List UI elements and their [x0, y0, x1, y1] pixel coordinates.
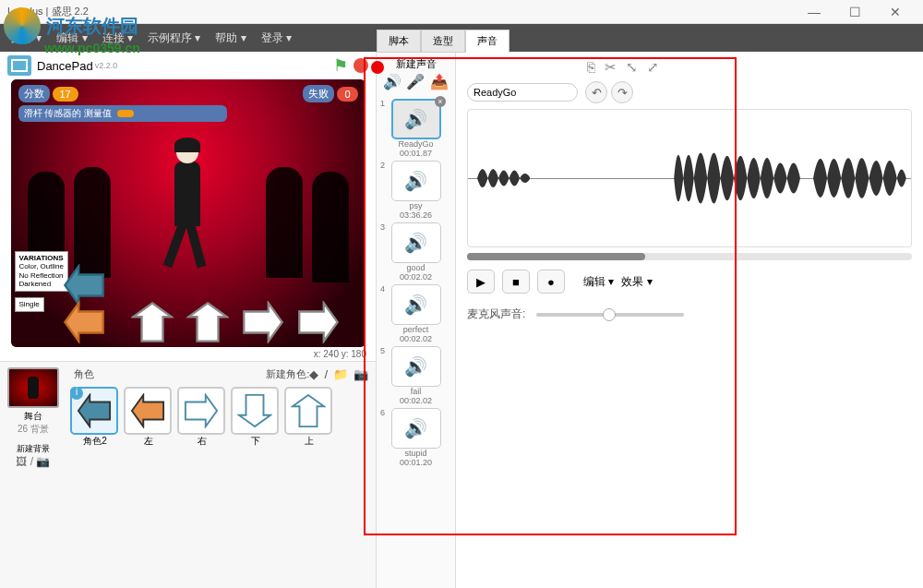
version-label: v2.2.0: [95, 61, 118, 70]
redo-button[interactable]: ↷: [611, 81, 633, 103]
effects-menu[interactable]: 效果 ▾: [621, 274, 652, 290]
sprite-item-4[interactable]: 上: [284, 387, 334, 448]
sound-item-0[interactable]: 1 × 🔊 ReadyGo00:01.87: [384, 99, 448, 158]
project-title: DancePad: [37, 59, 93, 73]
record-button[interactable]: ●: [537, 270, 565, 294]
sound-item-1[interactable]: 2 🔊 psy03:36.26: [384, 161, 448, 220]
miss-label: 失败: [303, 85, 334, 102]
annotation-dot: [371, 61, 384, 74]
arrow-left-orange: [63, 301, 105, 343]
new-backdrop-label: 新建背景: [4, 443, 63, 455]
new-sound-label: 新建声音: [380, 57, 451, 71]
sound-item-2[interactable]: 3 🔊 good00:02.02: [384, 222, 448, 282]
sound-upload-icon[interactable]: 📤: [430, 73, 449, 90]
variations-box: VARIATIONS Color, Outline No Reflection …: [15, 251, 68, 292]
sprite-item-0[interactable]: i 角色2: [70, 387, 120, 448]
stamp-icon[interactable]: ⎘: [587, 59, 595, 76]
edit-menu[interactable]: 编辑 ▾: [583, 274, 614, 290]
arrow-right-2: [297, 301, 340, 343]
green-flag-icon[interactable]: ⚑: [333, 55, 348, 76]
watermark: 河东软件园 www.pc0359.cn: [4, 7, 140, 55]
score-label: 分数: [18, 85, 50, 102]
arrow-up-1: [131, 301, 174, 343]
sprite-item-1[interactable]: 左: [124, 387, 174, 448]
stage-label: 舞台: [4, 410, 63, 423]
play-button[interactable]: ▶: [467, 270, 495, 294]
sprite-library-icon[interactable]: ◆: [309, 367, 318, 381]
sprite-camera-icon[interactable]: 📷: [354, 367, 368, 381]
stop-button[interactable]: ■: [502, 270, 530, 294]
stage-backdrops: 26 背景: [4, 423, 63, 436]
sound-record-icon[interactable]: 🎤: [406, 73, 425, 90]
grow-icon[interactable]: ⤡: [626, 59, 638, 76]
sprites-label: 角色: [74, 367, 94, 381]
sprite-item-3[interactable]: 下: [231, 387, 281, 448]
stage-thumbnail[interactable]: [7, 367, 59, 408]
score-value: 17: [53, 87, 78, 102]
sprite-paint-icon[interactable]: /: [324, 367, 328, 381]
maximize-button[interactable]: ☐: [834, 1, 875, 23]
waveform-display[interactable]: [467, 109, 912, 247]
menu-login[interactable]: 登录 ▾: [261, 30, 292, 46]
tab-costumes[interactable]: 造型: [421, 30, 465, 53]
close-button[interactable]: ✕: [875, 1, 916, 23]
menu-examples[interactable]: 示例程序 ▾: [148, 30, 200, 46]
shrink-icon[interactable]: ⤢: [647, 59, 659, 76]
sound-item-3[interactable]: 4 🔊 perfect00:02.02: [384, 284, 448, 343]
new-sprite-label: 新建角色:: [266, 367, 309, 381]
sprite-item-2[interactable]: 右: [177, 387, 227, 448]
cut-icon[interactable]: ✂: [605, 59, 617, 76]
sound-item-4[interactable]: 5 🔊 fail00:02.02: [384, 346, 448, 405]
sensor-bar: 滑杆 传感器的 测量值: [18, 105, 227, 122]
minimize-button[interactable]: —: [794, 1, 834, 23]
sprite-upload-icon[interactable]: 📁: [333, 367, 348, 381]
single-box: Single: [15, 297, 44, 312]
mouse-coords: x: 240 y: 180: [0, 347, 376, 361]
stage-canvas[interactable]: 分数 17 失败 0 滑杆 传感器的 测量值 VARIATIONS Color,…: [11, 79, 366, 347]
arrow-up-2: [186, 301, 229, 343]
sound-library-icon[interactable]: 🔊: [383, 73, 402, 90]
mic-volume-label: 麦克风声音:: [467, 306, 525, 322]
menu-help[interactable]: 帮助 ▾: [215, 30, 246, 46]
tab-scripts[interactable]: 脚本: [377, 30, 421, 53]
undo-button[interactable]: ↶: [585, 81, 607, 103]
sound-name-input[interactable]: [467, 83, 578, 102]
tab-sounds[interactable]: 声音: [465, 30, 509, 53]
mic-volume-slider[interactable]: [536, 313, 684, 317]
sound-item-5[interactable]: 6 🔊 stupid00:01.20: [384, 408, 448, 467]
miss-value: 0: [337, 87, 357, 102]
fullscreen-icon[interactable]: [7, 55, 31, 76]
stop-icon[interactable]: [354, 58, 368, 73]
arrow-right-1: [242, 301, 284, 343]
playback-progress[interactable]: [467, 253, 912, 260]
